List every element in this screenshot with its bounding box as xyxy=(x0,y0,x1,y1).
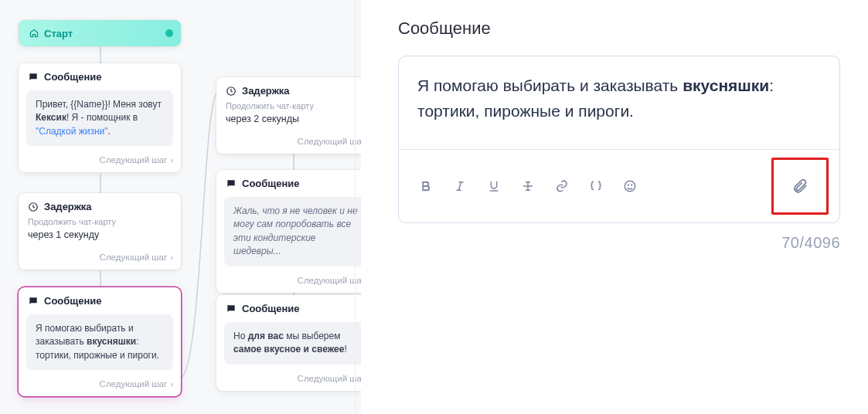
underline-icon xyxy=(487,179,501,193)
next-step-link[interactable]: Следующий шаг› xyxy=(216,369,361,391)
node-heading: Сообщение xyxy=(44,295,102,307)
start-output-port[interactable] xyxy=(165,29,173,37)
braces-icon xyxy=(589,179,603,193)
message-preview: Привет, {{Name}}! Меня зовут Кексик! Я -… xyxy=(26,90,173,146)
message-icon xyxy=(226,304,237,314)
chevron-right-icon: › xyxy=(170,379,173,389)
message-preview: Жаль, что я не человек и не могу сам поп… xyxy=(224,197,361,266)
home-icon xyxy=(29,29,39,38)
rich-text-editor: Я помогаю выбирать и заказывать вкусняшк… xyxy=(398,56,840,223)
svg-point-9 xyxy=(631,185,632,185)
attach-icon xyxy=(791,178,808,195)
message-node-1[interactable]: Сообщение Привет, {{Name}}! Меня зовут К… xyxy=(19,63,181,172)
next-step-link[interactable]: Следующий шаг› xyxy=(19,248,181,270)
char-counter: 70/4096 xyxy=(398,234,840,252)
underline-button[interactable] xyxy=(478,171,510,201)
svg-point-7 xyxy=(625,181,635,192)
strikethrough-icon xyxy=(521,179,535,193)
delay-value: через 1 секунду xyxy=(19,226,181,248)
node-heading: Задержка xyxy=(242,85,290,97)
next-step-link[interactable]: Следующий шаг› xyxy=(216,132,361,154)
flow-canvas[interactable]: Старт Сообщение Привет, {{Name}}! Меня з… xyxy=(0,0,361,414)
attach-highlight-box xyxy=(771,158,829,215)
delay-subtitle: Продолжить чат-карту xyxy=(19,217,181,226)
message-icon xyxy=(226,178,237,189)
panel-title: Сообщение xyxy=(398,19,840,39)
node-heading: Сообщение xyxy=(242,178,300,189)
bold-button[interactable] xyxy=(410,171,442,201)
message-icon xyxy=(28,72,39,83)
next-step-link[interactable]: Следующий шаг› xyxy=(216,271,361,293)
svg-point-8 xyxy=(628,185,628,185)
delay-node-1[interactable]: Задержка Продолжить чат-карту через 1 се… xyxy=(19,193,181,270)
node-heading: Сообщение xyxy=(44,71,102,83)
editor-content[interactable]: Я помогаю выбирать и заказывать вкусняшк… xyxy=(399,56,839,149)
node-heading: Задержка xyxy=(44,201,92,212)
chevron-right-icon: › xyxy=(170,155,173,165)
strikethrough-button[interactable] xyxy=(512,171,544,201)
link-button[interactable] xyxy=(546,171,578,201)
attach-button[interactable] xyxy=(777,163,823,209)
italic-button[interactable] xyxy=(444,171,476,201)
delay-value: через 2 секунды xyxy=(216,110,361,132)
message-node-3[interactable]: Сообщение Жаль, что я не человек и не мо… xyxy=(216,170,361,293)
svg-line-4 xyxy=(459,182,461,191)
variable-button[interactable] xyxy=(580,171,612,201)
delay-subtitle: Продолжить чат-карту xyxy=(216,101,361,110)
clock-icon xyxy=(226,86,237,97)
bold-icon xyxy=(419,179,433,193)
start-label: Старт xyxy=(44,28,73,39)
start-node[interactable]: Старт xyxy=(19,20,181,46)
message-editor-panel: Сообщение Я помогаю выбирать и заказыват… xyxy=(361,0,868,414)
chevron-right-icon: › xyxy=(170,253,173,262)
link-icon xyxy=(555,179,569,193)
clock-icon xyxy=(28,202,39,212)
delay-node-2[interactable]: Задержка Продолжить чат-карту через 2 се… xyxy=(216,77,361,154)
node-heading: Сообщение xyxy=(242,303,300,314)
message-preview: Но для вас мы выберем самое вкусное и св… xyxy=(224,322,361,365)
editor-toolbar xyxy=(399,149,839,222)
message-preview: Я помогаю выбирать и заказывать вкусняшк… xyxy=(26,314,173,370)
message-icon xyxy=(28,296,39,307)
message-node-2-selected[interactable]: Сообщение Я помогаю выбирать и заказыват… xyxy=(19,287,181,396)
emoji-icon xyxy=(623,179,637,193)
italic-icon xyxy=(453,179,467,193)
emoji-button[interactable] xyxy=(614,171,646,201)
next-step-link[interactable]: Следующий шаг› xyxy=(19,151,181,172)
next-step-link[interactable]: Следующий шаг› xyxy=(19,375,181,396)
message-node-4[interactable]: Сообщение Но для вас мы выберем самое вк… xyxy=(216,295,361,391)
